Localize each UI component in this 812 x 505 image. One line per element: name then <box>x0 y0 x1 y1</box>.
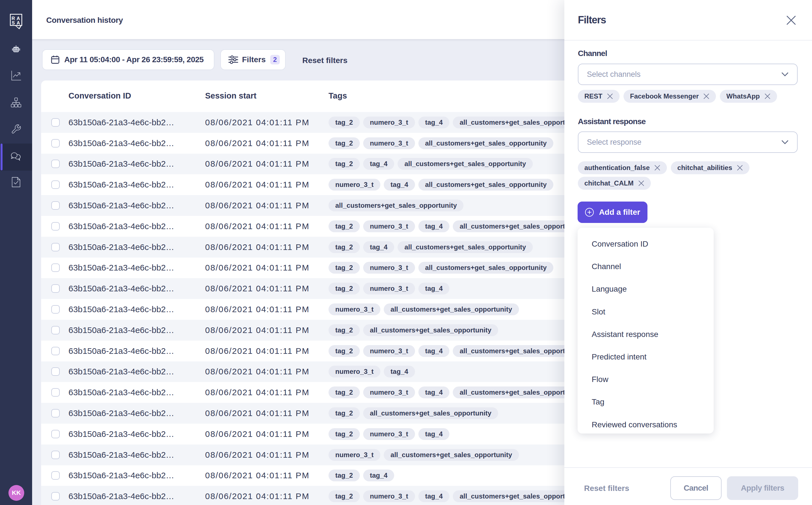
svg-text:A: A <box>17 20 20 25</box>
svg-text:A: A <box>17 16 20 21</box>
svg-text:R: R <box>12 16 15 21</box>
svg-text:S: S <box>12 20 15 25</box>
